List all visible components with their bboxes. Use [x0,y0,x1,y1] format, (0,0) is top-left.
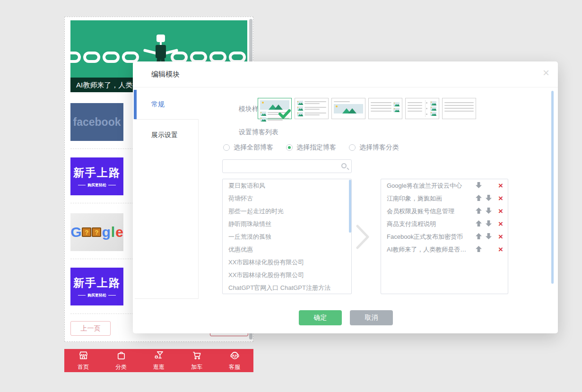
available-blog-item[interactable]: 夏日絮语和风 [223,179,351,192]
modal-scrollbar[interactable] [551,91,554,284]
post-thumbnail-xinshou: 新手上路购买更轻松 [70,268,123,305]
radio-label: 选择博客分类 [359,143,399,152]
available-blog-item[interactable]: ChatGPT官网入口 ChatGPT注册方法 [223,281,351,294]
tab-box: 展示设置 [135,119,199,299]
storefront-icon [78,350,89,363]
post-thumbnail-google: G??gle [70,213,123,251]
selected-blog-item: Google将在波兰开设云中心× [381,179,508,192]
remove-icon[interactable]: × [494,220,503,228]
move-down-slot[interactable] [484,207,494,216]
nav-item-加车[interactable]: 加车 [191,350,202,371]
available-blog-item[interactable]: XX市园林绿化股份有限公司 [223,256,351,269]
move-down-slot[interactable] [484,220,494,228]
selected-blog-title: 江南印象，旖旎如画 [387,194,474,203]
radio-option-2[interactable]: 选择指定博客 [286,143,336,152]
module-style-option-4[interactable] [368,98,402,119]
move-down-slot[interactable] [484,194,494,203]
post-thumbnail-xinshou: 新手上路购买更轻松 [70,157,123,195]
module-style-option-3[interactable] [331,98,365,119]
available-blog-item[interactable]: 优惠优惠 [223,243,351,256]
radio-icon [223,144,230,151]
module-style-option-2[interactable] [295,98,329,119]
nav-item-客服[interactable]: 客服 [229,350,240,371]
module-style-option-1[interactable] [258,98,292,119]
move-up-slot[interactable] [474,233,484,241]
arrow-up-icon[interactable] [476,245,482,254]
radio-option-3[interactable]: 选择博客分类 [349,143,399,152]
selected-blog-item: 江南印象，旖旎如画× [381,192,508,205]
move-up-slot[interactable] [474,245,484,254]
move-up-slot [474,182,484,190]
nav-label: 首页 [78,363,89,371]
selected-blog-title: Facebook正式发布加密货币 [387,233,474,241]
blog-list-label: 设置博客列表 [239,128,278,137]
available-blog-item[interactable]: 静听雨珠敲情丝 [223,218,351,230]
selected-blog-title: 会员权限及账号信息管理 [387,207,474,216]
nav-label: 分类 [115,363,127,371]
arrow-down-icon[interactable] [486,220,492,228]
remove-icon[interactable]: × [494,194,503,202]
arrow-up-icon[interactable] [476,220,482,228]
selected-blog-title: 商品支付流程说明 [387,220,474,228]
remove-icon[interactable]: × [494,207,503,215]
available-blog-item[interactable]: 一丘荒漠的孤独 [223,230,351,243]
bag-icon [116,350,127,363]
nav-item-逛逛[interactable]: 逛逛 [153,350,165,371]
prev-page-button[interactable]: 上一页 [70,321,111,336]
selected-blog-title: AI教师来了，人类教师是否… [387,245,474,254]
selected-blog-item: AI教师来了，人类教师是否…× [381,243,508,256]
headset-icon [229,350,240,363]
module-style-option-5[interactable] [405,98,439,119]
remove-icon[interactable]: × [494,245,503,253]
available-blog-list: 夏日絮语和风荷塘怀古那些一起走过的时光静听雨珠敲情丝一丘荒漠的孤独优惠优惠XX市… [222,179,352,294]
blog-search-box [222,159,352,173]
cart-icon [191,350,202,363]
move-up-slot[interactable] [474,194,484,203]
nav-item-首页[interactable]: 首页 [78,350,89,371]
dialog-title: 编辑模块 [151,70,180,79]
arrow-down-icon[interactable] [476,182,482,190]
nav-item-分类[interactable]: 分类 [115,350,127,371]
selected-blog-title: Google将在波兰开设云中心 [387,182,474,190]
close-icon[interactable]: × [543,67,549,78]
move-up-slot[interactable] [474,220,484,228]
post-thumbnail-facebook: facebook [70,103,123,141]
remove-icon[interactable]: × [494,233,503,241]
selected-blog-item: 商品支付流程说明× [381,218,508,230]
available-blog-item[interactable]: 那些一起走过的时光 [223,205,351,218]
radio-icon [286,144,293,151]
confirm-button[interactable]: 确定 [299,310,342,325]
arrow-up-icon[interactable] [476,194,482,203]
nav-label: 加车 [191,363,202,371]
nav-label: 客服 [229,363,240,371]
active-tab-indicator [134,90,137,119]
bottom-nav-bar: 首页分类逛逛加车客服 [64,349,253,372]
move-down-slot[interactable] [484,233,494,241]
available-blog-item[interactable]: XX市园林绿化股份有限公司 [223,269,351,281]
style-thumbnails [258,98,476,119]
arrow-down-icon[interactable] [486,207,492,216]
radio-option-1[interactable]: 选择全部博客 [223,143,273,152]
chevron-right-icon [354,223,371,253]
edit-module-dialog: 编辑模块 × 常规 展示设置 模块样式 设置博客列表 选择全部博客选择指定博客选… [133,61,558,333]
search-input[interactable] [226,160,335,173]
available-list-scrollbar[interactable] [349,180,351,233]
move-up-slot[interactable] [474,207,484,216]
radio-icon [349,144,356,151]
selected-blog-list: Google将在波兰开设云中心×江南印象，旖旎如画×会员权限及账号信息管理×商品… [381,179,508,294]
arrow-down-icon[interactable] [486,194,492,203]
arrow-down-icon[interactable] [486,233,492,241]
dialog-header: 编辑模块 × [133,61,558,87]
selected-blog-item: 会员权限及账号信息管理× [381,205,508,218]
arrow-up-icon[interactable] [476,207,482,216]
available-blog-item[interactable]: 荷塘怀古 [223,192,351,205]
cancel-button[interactable]: 取消 [350,310,393,325]
remove-icon[interactable]: × [494,182,503,190]
arrow-up-icon[interactable] [476,233,482,241]
nav-label: 逛逛 [153,363,165,371]
tab-general[interactable]: 常规 [151,100,165,109]
radio-label: 选择指定博客 [296,143,336,152]
tab-display-settings[interactable]: 展示设置 [151,131,178,139]
module-style-option-6[interactable] [442,98,476,119]
cocktail-icon [154,350,165,363]
